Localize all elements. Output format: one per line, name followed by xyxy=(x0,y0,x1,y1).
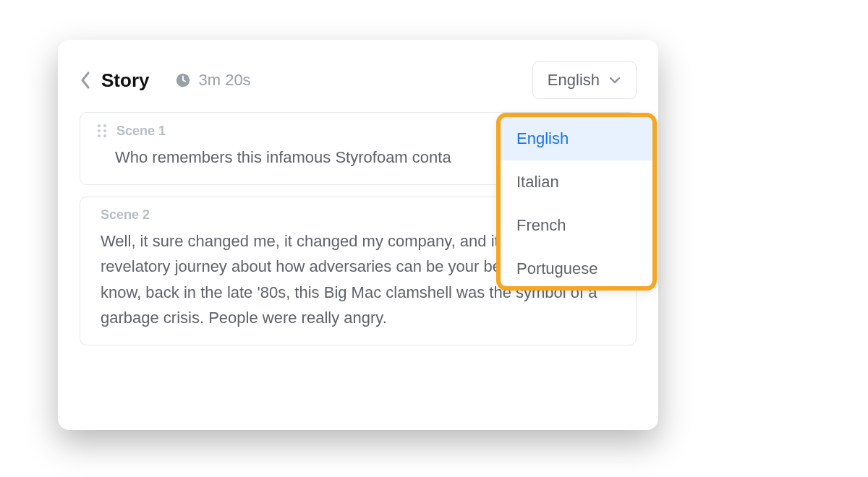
language-option-italian[interactable]: Italian xyxy=(501,160,652,204)
chevron-down-icon xyxy=(608,74,621,87)
duration-label: 3m 20s xyxy=(198,71,250,90)
language-option-portuguese[interactable]: Portuguese xyxy=(501,247,652,291)
svg-point-6 xyxy=(103,134,106,137)
story-header: Story 3m 20s English xyxy=(80,60,637,100)
svg-point-2 xyxy=(103,124,106,127)
language-option-english[interactable]: English xyxy=(501,117,652,160)
language-option-french[interactable]: French xyxy=(501,204,652,247)
language-dropdown-menu: English Italian French Portuguese xyxy=(496,113,657,291)
clock-icon xyxy=(175,72,191,88)
scene-label: Scene 1 xyxy=(116,124,166,139)
svg-point-1 xyxy=(98,124,101,127)
svg-point-3 xyxy=(98,129,101,132)
drag-handle-icon[interactable] xyxy=(96,123,108,139)
back-icon[interactable] xyxy=(80,71,91,90)
svg-point-5 xyxy=(98,134,101,137)
svg-point-4 xyxy=(103,129,106,132)
language-selected-label: English xyxy=(548,71,600,90)
page-title: Story xyxy=(101,69,149,92)
scene-label: Scene 2 xyxy=(101,207,150,223)
language-dropdown-button[interactable]: English xyxy=(532,61,637,99)
